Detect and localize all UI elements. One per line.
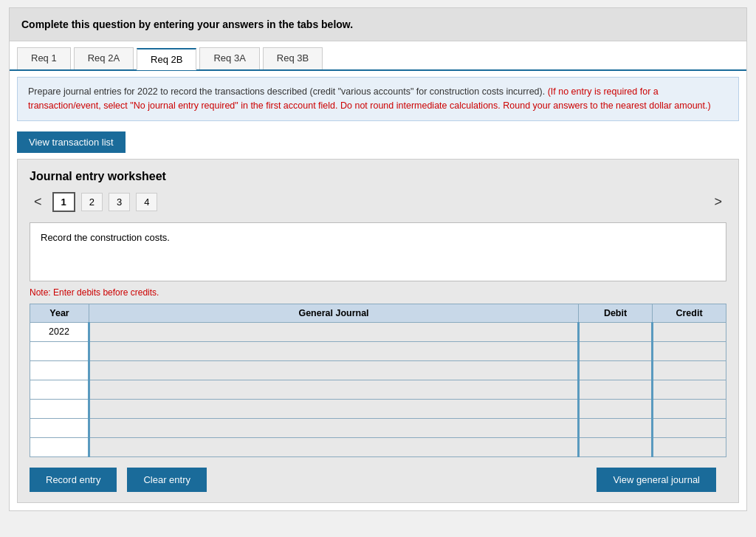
gj-input-2[interactable] [90,342,577,360]
main-container: Complete this question by entering your … [9,7,747,511]
tab-req3a[interactable]: Req 3A [199,47,259,69]
table-row [30,380,726,399]
debit-cell-2[interactable] [579,341,653,360]
worksheet-title: Journal entry worksheet [30,170,726,183]
header-instruction: Complete this question by entering your … [21,18,353,30]
credit-cell-2[interactable] [653,341,726,360]
tabs-row: Req 1 Req 2A Req 2B Req 3A Req 3B [10,41,746,71]
col-header-year: Year [30,304,89,322]
tab-req2b[interactable]: Req 2B [137,48,196,70]
credit-cell-4[interactable] [653,380,726,399]
gj-cell-2[interactable] [89,341,579,360]
col-header-credit: Credit [653,304,726,322]
debit-input-1[interactable] [580,323,651,341]
col-header-debit: Debit [579,304,653,322]
credit-cell-6[interactable] [653,418,726,437]
year-cell-2 [30,341,89,360]
debit-input-6[interactable] [580,419,651,437]
credit-cell-7[interactable] [653,437,726,456]
gj-cell-5[interactable] [89,399,579,418]
credit-input-7[interactable] [653,438,726,456]
year-cell-6 [30,418,89,437]
nav-prev-button[interactable]: < [30,193,47,211]
instruction-box: Prepare journal entries for 2022 to reco… [17,77,739,121]
nav-page-4[interactable]: 4 [136,193,157,211]
gj-cell-1[interactable] [89,322,579,341]
gj-input-5[interactable] [90,400,577,418]
year-cell-1: 2022 [30,322,89,341]
view-transaction-button[interactable]: View transaction list [17,131,126,153]
year-cell-7 [30,437,89,456]
record-entry-button[interactable]: Record entry [30,468,117,492]
nav-page-3[interactable]: 3 [109,193,130,211]
debit-cell-4[interactable] [579,380,653,399]
table-row [30,437,726,456]
nav-page-2[interactable]: 2 [81,193,103,211]
table-row [30,399,726,418]
clear-entry-button[interactable]: Clear entry [127,468,207,492]
table-row [30,360,726,380]
record-description-text: Record the construction costs. [41,232,170,243]
debit-cell-1[interactable] [579,322,653,341]
debit-input-2[interactable] [580,342,651,360]
credit-cell-5[interactable] [653,399,726,418]
view-general-journal-button[interactable]: View general journal [597,468,716,492]
tab-req2a[interactable]: Req 2A [74,47,134,69]
credit-input-6[interactable] [653,419,726,437]
buttons-row: Record entry Clear entry View general jo… [30,468,726,492]
gj-input-4[interactable] [90,380,577,399]
debit-cell-5[interactable] [579,399,653,418]
header-bar: Complete this question by entering your … [10,8,746,41]
worksheet-container: Journal entry worksheet < 1 2 3 4 > Reco… [17,159,739,503]
nav-next-button[interactable]: > [709,193,726,211]
debit-cell-3[interactable] [579,360,653,380]
credit-input-1[interactable] [653,323,726,341]
debit-input-4[interactable] [580,380,651,399]
credit-input-5[interactable] [653,400,726,418]
gj-input-3[interactable] [90,361,577,380]
note-text: Note: Enter debits before credits. [30,287,726,298]
gj-cell-4[interactable] [89,380,579,399]
debit-input-3[interactable] [580,361,651,380]
debit-cell-6[interactable] [579,418,653,437]
journal-table: Year General Journal Debit Credit 2022 [30,304,726,457]
year-cell-3 [30,360,89,380]
debit-input-5[interactable] [580,400,651,418]
debit-cell-7[interactable] [579,437,653,456]
debit-input-7[interactable] [580,438,651,456]
gj-input-7[interactable] [90,438,577,456]
year-cell-5 [30,399,89,418]
instruction-main: Prepare journal entries for 2022 to reco… [28,86,548,97]
credit-input-2[interactable] [653,342,726,360]
tab-req3b[interactable]: Req 3B [263,47,323,69]
gj-cell-3[interactable] [89,360,579,380]
nav-row: < 1 2 3 4 > [30,192,726,212]
credit-cell-1[interactable] [653,322,726,341]
table-row [30,341,726,360]
gj-input-1[interactable] [90,323,577,341]
col-header-general-journal: General Journal [89,304,579,322]
credit-cell-3[interactable] [653,360,726,380]
gj-cell-6[interactable] [89,418,579,437]
year-cell-4 [30,380,89,399]
gj-input-6[interactable] [90,419,577,437]
record-description-box: Record the construction costs. [30,222,726,281]
credit-input-3[interactable] [653,361,726,380]
table-row [30,418,726,437]
nav-page-1[interactable]: 1 [52,192,75,212]
table-row: 2022 [30,322,726,341]
credit-input-4[interactable] [653,380,726,399]
gj-cell-7[interactable] [89,437,579,456]
tab-req1[interactable]: Req 1 [17,47,71,69]
